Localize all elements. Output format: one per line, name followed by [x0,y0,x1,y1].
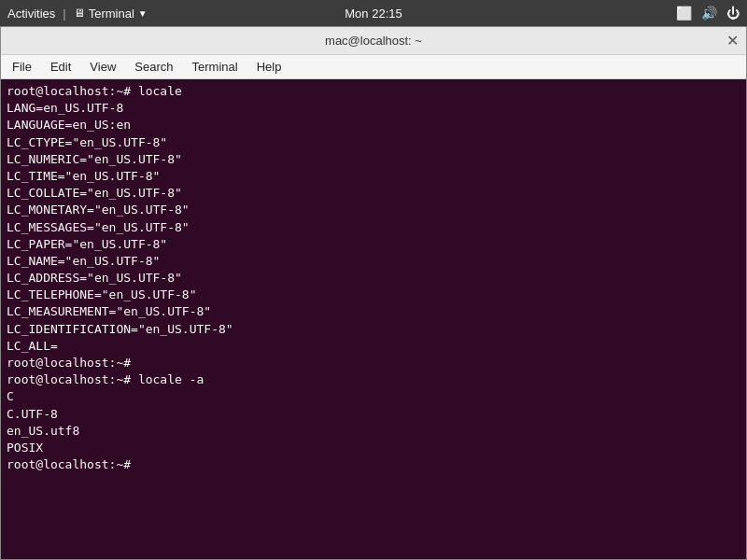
dropdown-icon[interactable]: ▼ [138,8,148,19]
menu-file[interactable]: File [5,58,39,76]
title-bar-title: mac@localhost: ~ [325,34,422,48]
title-bar: mac@localhost: ~ ✕ [1,27,746,55]
terminal-window: mac@localhost: ~ ✕ File Edit View Search… [0,26,747,560]
menu-search[interactable]: Search [127,58,180,76]
window-icon[interactable]: ⬜ [676,6,692,21]
system-bar-right: ⬜ 🔊 ⏻ [676,6,740,21]
menu-bar: File Edit View Search Terminal Help [1,55,746,79]
system-bar: Activities | 🖥 Terminal ▼ Mon 22:15 ⬜ 🔊 … [0,0,747,26]
system-bar-left: Activities | 🖥 Terminal ▼ [7,7,148,21]
activities-label[interactable]: Activities [7,7,55,21]
menu-view[interactable]: View [82,58,123,76]
terminal-content[interactable]: root@localhost:~# locale LANG=en_US.UTF-… [1,79,746,559]
terminal-output: root@localhost:~# locale LANG=en_US.UTF-… [7,83,740,473]
menu-terminal[interactable]: Terminal [185,58,246,76]
system-bar-datetime: Mon 22:15 [345,7,402,21]
menu-help[interactable]: Help [249,58,289,76]
volume-icon[interactable]: 🔊 [701,6,717,21]
power-icon[interactable]: ⏻ [726,6,740,21]
menu-edit[interactable]: Edit [43,58,78,76]
close-button[interactable]: ✕ [726,34,739,49]
terminal-label[interactable]: Terminal [89,7,134,21]
separator: | [63,7,65,21]
terminal-icon: 🖥 [74,7,85,20]
